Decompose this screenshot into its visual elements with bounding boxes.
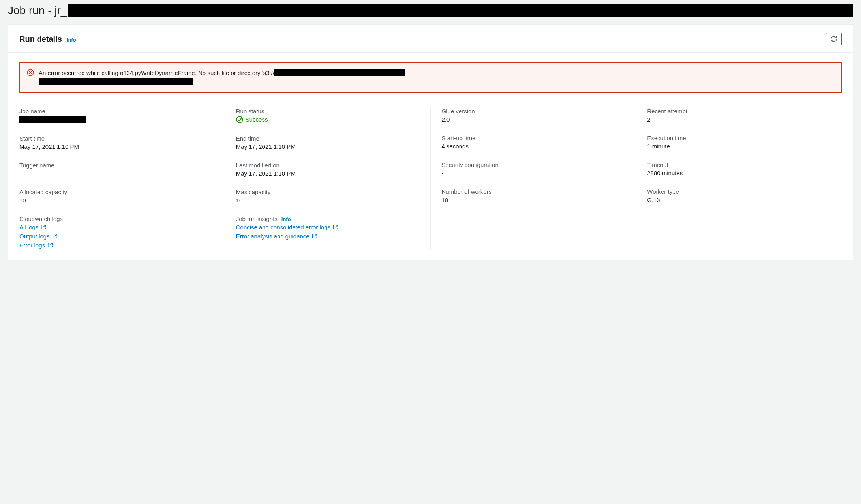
num-workers-item: Number of workers 10 (442, 188, 625, 203)
error-alert: An error occurred while calling o134.pyW… (19, 62, 842, 93)
recent-attempt-label: Recent attempt (647, 108, 842, 114)
timeout-label: Timeout (647, 161, 842, 168)
external-link-icon (312, 233, 317, 239)
concise-logs-text: Concise and consolidated error logs (236, 224, 330, 230)
trigger-name-value: - (19, 170, 214, 177)
startup-time-value: 4 seconds (442, 143, 625, 150)
cloudwatch-logs-label: Cloudwatch logs (19, 215, 214, 222)
error-analysis-link[interactable]: Error analysis and guidance (236, 233, 419, 240)
start-time-label: Start time (19, 135, 214, 142)
refresh-icon (830, 36, 837, 43)
output-logs-text: Output logs (19, 233, 50, 240)
max-capacity-value: 10 (236, 197, 419, 204)
trigger-name-label: Trigger name (19, 162, 214, 169)
startup-time-label: Start-up time (442, 135, 625, 141)
execution-time-value: 1 minute (647, 143, 842, 150)
execution-time-item: Execution time 1 minute (647, 135, 842, 150)
svg-point-1 (236, 116, 243, 123)
all-logs-text: All logs (19, 224, 38, 230)
start-time-item: Start time May 17, 2021 1:10 PM (19, 135, 214, 150)
job-name-item: Job name (19, 108, 214, 123)
startup-time-item: Start-up time 4 seconds (442, 135, 625, 150)
run-status-item: Run status Success (236, 108, 419, 123)
allocated-capacity-item: Allocated capacity 10 (19, 189, 214, 204)
cloudwatch-logs-item: Cloudwatch logs All logs Output logs (19, 215, 214, 249)
external-link-icon (47, 242, 53, 248)
error-icon (27, 69, 34, 76)
max-capacity-item: Max capacity 10 (236, 189, 419, 204)
panel-header: Run details Info (8, 25, 853, 53)
page-title: Job run - jr_ (8, 4, 853, 17)
details-col-2: Run status Success End time May 17, 2021… (225, 108, 431, 249)
security-config-label: Security configuration (442, 161, 625, 168)
num-workers-value: 10 (442, 197, 625, 203)
timeout-item: Timeout 2880 minutes (647, 161, 842, 176)
worker-type-item: Worker type G.1X (647, 188, 842, 203)
panel-title: Run details (19, 35, 62, 44)
glue-version-item: Glue version 2.0 (442, 108, 625, 123)
worker-type-label: Worker type (647, 188, 842, 195)
error-logs-link[interactable]: Error logs (19, 242, 214, 249)
error-text-before: An error occurred while calling o134.pyW… (39, 69, 274, 76)
info-link[interactable]: Info (67, 37, 76, 43)
insights-label: Job run insights (236, 215, 278, 222)
run-status-text: Success (246, 116, 268, 123)
all-logs-link[interactable]: All logs (19, 224, 214, 230)
concise-logs-link[interactable]: Concise and consolidated error logs (236, 224, 419, 230)
error-analysis-text: Error analysis and guidance (236, 233, 310, 240)
insights-info-link[interactable]: Info (281, 216, 291, 222)
end-time-label: End time (236, 135, 419, 142)
run-details-panel: Run details Info An error occurre (8, 24, 853, 260)
glue-version-label: Glue version (442, 108, 625, 114)
refresh-button[interactable] (826, 33, 842, 45)
timeout-value: 2880 minutes (647, 170, 842, 176)
end-time-item: End time May 17, 2021 1:10 PM (236, 135, 419, 150)
last-modified-item: Last modified on May 17, 2021 1:10 PM (236, 162, 419, 177)
output-logs-link[interactable]: Output logs (19, 233, 214, 240)
page-title-prefix: Job run - jr_ (8, 4, 67, 17)
execution-time-label: Execution time (647, 135, 842, 141)
error-text: An error occurred while calling o134.pyW… (39, 68, 405, 87)
job-name-label: Job name (19, 108, 214, 114)
allocated-capacity-label: Allocated capacity (19, 189, 214, 195)
external-link-icon (41, 224, 46, 230)
error-text-after: ' (193, 79, 194, 85)
trigger-name-item: Trigger name - (19, 162, 214, 177)
allocated-capacity-value: 10 (19, 197, 214, 204)
details-col-4: Recent attempt 2 Execution time 1 minute… (636, 108, 842, 249)
details-col-3: Glue version 2.0 Start-up time 4 seconds… (431, 108, 636, 249)
recent-attempt-value: 2 (647, 116, 842, 123)
start-time-value: May 17, 2021 1:10 PM (19, 143, 214, 150)
recent-attempt-item: Recent attempt 2 (647, 108, 842, 123)
redacted-s3-path-1 (274, 69, 405, 76)
external-link-icon (52, 233, 58, 239)
worker-type-value: G.1X (647, 197, 842, 203)
glue-version-value: 2.0 (442, 116, 625, 123)
details-grid: Job name Start time May 17, 2021 1:10 PM… (19, 108, 842, 249)
run-status-value: Success (236, 116, 419, 123)
redacted-job-name (19, 116, 86, 123)
last-modified-label: Last modified on (236, 162, 419, 169)
redacted-s3-path-2 (39, 78, 193, 85)
details-col-1: Job name Start time May 17, 2021 1:10 PM… (19, 108, 225, 249)
num-workers-label: Number of workers (442, 188, 625, 195)
max-capacity-label: Max capacity (236, 189, 419, 195)
redacted-job-run-id (68, 4, 853, 17)
run-status-label: Run status (236, 108, 419, 114)
end-time-value: May 17, 2021 1:10 PM (236, 143, 419, 150)
insights-item: Job run insights Info Concise and consol… (236, 215, 419, 240)
security-config-value: - (442, 170, 625, 176)
error-logs-text: Error logs (19, 242, 45, 249)
external-link-icon (333, 224, 338, 230)
success-icon (236, 116, 243, 123)
last-modified-value: May 17, 2021 1:10 PM (236, 170, 419, 177)
security-config-item: Security configuration - (442, 161, 625, 176)
